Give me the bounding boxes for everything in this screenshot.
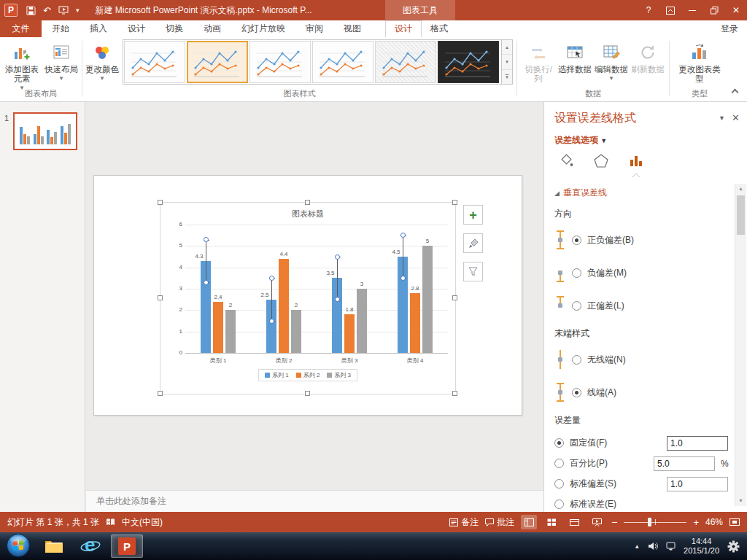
chart-bar[interactable] xyxy=(410,293,420,353)
spell-check-icon[interactable] xyxy=(106,518,115,526)
amount-input-1[interactable] xyxy=(654,456,715,471)
undo-icon[interactable]: ↶ xyxy=(43,6,51,15)
taskbar-ie-button[interactable]: e xyxy=(74,534,107,558)
view-slide-sorter-button[interactable] xyxy=(543,515,560,529)
slide-canvas[interactable]: 图表标题01234564.32.42类别 12.54.42类别 23.51.83… xyxy=(93,175,522,416)
chart-bar[interactable] xyxy=(37,126,40,144)
settings-gear-icon[interactable] xyxy=(727,540,740,553)
error-bar-handle[interactable] xyxy=(400,233,406,238)
chart-style-2[interactable] xyxy=(187,41,248,83)
qat-customize-icon[interactable]: ▾ xyxy=(76,7,80,14)
selection-handle[interactable] xyxy=(305,391,310,396)
zoom-out-button[interactable]: − xyxy=(611,516,617,528)
chart-style-5[interactable] xyxy=(375,41,436,83)
tab-chart-design[interactable]: 设计 xyxy=(385,20,422,37)
tab-effects[interactable] xyxy=(589,150,613,172)
selection-handle[interactable] xyxy=(452,295,457,300)
chart-styles-button[interactable] xyxy=(463,233,483,253)
close-button[interactable]: ✕ xyxy=(725,0,747,20)
tab-insert[interactable]: 插入 xyxy=(80,20,117,37)
scroll-down-button[interactable]: ▼ xyxy=(735,496,746,506)
tab-error-bar-options[interactable] xyxy=(624,150,648,172)
chart-bar[interactable] xyxy=(357,289,367,353)
direction-radio-2[interactable] xyxy=(572,301,581,311)
gallery-down-button[interactable]: ▾ xyxy=(502,55,512,69)
chart-bar[interactable] xyxy=(61,126,63,145)
error-bar[interactable] xyxy=(271,278,272,321)
tab-slide-show[interactable]: 幻灯片放映 xyxy=(231,20,295,37)
language-indicator[interactable]: 中文(中国) xyxy=(122,516,163,529)
chart-bar[interactable] xyxy=(64,133,67,144)
selection-handle[interactable] xyxy=(305,200,310,205)
legend-item[interactable]: 系列 3 xyxy=(327,371,351,379)
powerpoint-app-icon[interactable]: P xyxy=(4,4,18,17)
comments-toggle[interactable]: 批注 xyxy=(485,516,514,529)
pane-close-button[interactable]: ✕ xyxy=(732,112,740,123)
selection-handle[interactable] xyxy=(452,391,457,396)
hidden-icons-button[interactable]: ▲ xyxy=(634,543,640,550)
chart-bar[interactable] xyxy=(34,134,36,144)
help-button[interactable]: ? xyxy=(638,0,659,20)
scroll-up-button[interactable]: ▲ xyxy=(735,184,746,194)
scrollbar-thumb[interactable] xyxy=(737,195,745,235)
tab-transitions[interactable]: 切换 xyxy=(155,20,193,37)
amount-input-0[interactable] xyxy=(667,436,728,451)
end-style-radio-0[interactable] xyxy=(572,355,581,365)
collapse-ribbon-button[interactable] xyxy=(728,88,741,98)
restore-button[interactable] xyxy=(703,0,725,20)
tab-home[interactable]: 开始 xyxy=(42,20,80,37)
save-icon[interactable] xyxy=(26,6,36,15)
direction-radio-1[interactable] xyxy=(572,268,581,278)
tab-fill-line[interactable] xyxy=(554,150,578,172)
chart-filters-button[interactable] xyxy=(463,262,483,281)
fit-to-window-button[interactable] xyxy=(729,518,740,526)
error-bar[interactable] xyxy=(337,257,338,300)
error-bar-handle[interactable] xyxy=(204,280,209,285)
legend-item[interactable]: 系列 2 xyxy=(296,371,320,379)
tab-design[interactable]: 设计 xyxy=(117,20,155,37)
tab-review[interactable]: 审阅 xyxy=(295,20,333,37)
vertical-error-bar-section[interactable]: ◢垂直误差线 xyxy=(554,187,728,199)
sign-in-link[interactable]: 登录 xyxy=(721,20,738,37)
chart-bar[interactable] xyxy=(68,124,71,144)
selection-handle[interactable] xyxy=(452,200,457,205)
chart-bar[interactable] xyxy=(213,302,223,353)
pane-menu-button[interactable]: ▼ xyxy=(719,114,725,122)
chart-elements-button[interactable]: + xyxy=(463,205,483,225)
chart-style-4[interactable] xyxy=(312,41,374,83)
slide-thumbnail[interactable] xyxy=(13,112,77,150)
taskbar-explorer-button[interactable] xyxy=(38,534,70,558)
error-bar-handle[interactable] xyxy=(204,237,209,242)
taskbar-clock[interactable]: 14:442015/1/20 xyxy=(684,537,719,556)
chart-style-6[interactable] xyxy=(438,41,499,83)
error-bar-handle[interactable] xyxy=(269,319,274,324)
error-bar-handle[interactable] xyxy=(269,276,274,281)
minimize-button[interactable] xyxy=(681,0,703,20)
taskbar-powerpoint-button[interactable]: P xyxy=(111,534,143,558)
chart-bar[interactable] xyxy=(23,134,26,144)
zoom-slider[interactable] xyxy=(624,517,686,527)
view-slideshow-button[interactable] xyxy=(589,515,605,529)
pane-scrollbar[interactable]: ▲ ▼ xyxy=(735,184,746,506)
chart-bar[interactable] xyxy=(20,127,23,144)
error-bar[interactable] xyxy=(403,236,403,279)
chart-bar[interactable] xyxy=(291,310,301,353)
direction-radio-0[interactable] xyxy=(572,236,581,245)
selection-handle[interactable] xyxy=(158,295,163,300)
chart-bar[interactable] xyxy=(50,137,53,144)
tab-view[interactable]: 视图 xyxy=(333,20,371,37)
zoom-level[interactable]: 46% xyxy=(705,517,723,527)
ribbon-display-options-button[interactable] xyxy=(659,0,681,20)
error-bar-handle[interactable] xyxy=(335,297,340,302)
selection-handle[interactable] xyxy=(158,200,163,205)
view-normal-button[interactable] xyxy=(521,515,537,529)
volume-icon[interactable] xyxy=(648,542,658,551)
gallery-up-button[interactable]: ▴ xyxy=(502,40,512,55)
chart-bar[interactable] xyxy=(41,136,44,144)
chart-bar[interactable] xyxy=(54,132,57,144)
display-icon[interactable] xyxy=(666,542,676,551)
error-bar[interactable] xyxy=(206,240,206,283)
amount-radio-1[interactable] xyxy=(554,459,564,468)
notes-area[interactable]: 单击此处添加备注 xyxy=(86,490,543,512)
view-reading-button[interactable] xyxy=(566,515,582,529)
